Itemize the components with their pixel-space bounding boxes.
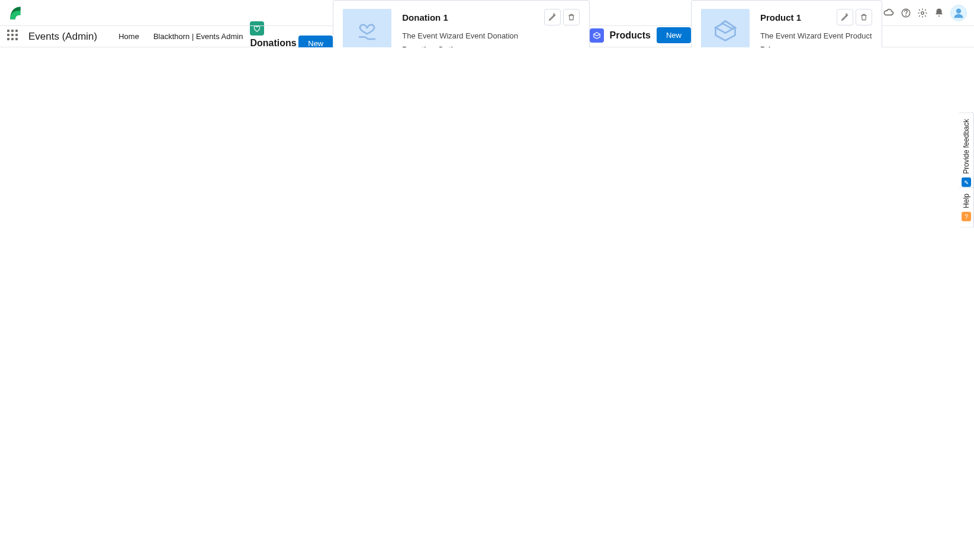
product-item-card: Product 1 The Event Wizard Event Product…: [691, 0, 882, 47]
donation-item-desc: The Event Wizard Event Donation: [402, 31, 579, 40]
cloud-icon[interactable]: [883, 7, 895, 19]
products-section-header: Products New: [590, 24, 691, 47]
donation-item-title: Donation 1: [402, 12, 544, 22]
svg-point-7: [956, 8, 961, 13]
products-icon: [590, 28, 604, 43]
user-avatar[interactable]: [950, 5, 967, 21]
product-price-label: Price: [760, 45, 872, 47]
setup-gear-icon[interactable]: [917, 8, 928, 18]
edit-product-button[interactable]: [837, 9, 853, 25]
delete-donation-button[interactable]: [563, 9, 580, 25]
product-item-desc: The Event Wizard Event Product: [760, 31, 872, 40]
product-thumb-icon: [701, 9, 750, 47]
new-product-button[interactable]: New: [657, 27, 691, 43]
delete-product-button[interactable]: [856, 9, 872, 25]
brand-logo: [7, 5, 24, 21]
section-title: Products: [610, 30, 651, 41]
section-title: Donations: [250, 38, 296, 47]
donation-thumb-icon: [343, 9, 391, 47]
app-launcher-icon[interactable]: [7, 30, 21, 44]
nav-home[interactable]: Home: [111, 26, 146, 47]
nav-items: Home Blackthorn | Events Admin Donations…: [111, 26, 967, 47]
donation-options-label: Donation Options: [402, 45, 579, 47]
help-icon[interactable]: [901, 8, 911, 18]
svg-point-6: [921, 11, 924, 14]
app-navbar: Events (Admin) Home Blackthorn | Events …: [0, 26, 974, 47]
notifications-bell-icon[interactable]: [934, 8, 944, 18]
app-title: Events (Admin): [28, 31, 97, 43]
nav-blackthorn-admin[interactable]: Blackthorn | Events Admin: [146, 26, 250, 47]
product-item-title: Product 1: [760, 12, 837, 22]
svg-point-5: [906, 15, 907, 15]
donation-item-card: Donation 1 The Event Wizard Event Donati…: [333, 0, 589, 47]
edit-donation-button[interactable]: [544, 9, 561, 25]
new-donation-button[interactable]: New: [298, 36, 333, 47]
